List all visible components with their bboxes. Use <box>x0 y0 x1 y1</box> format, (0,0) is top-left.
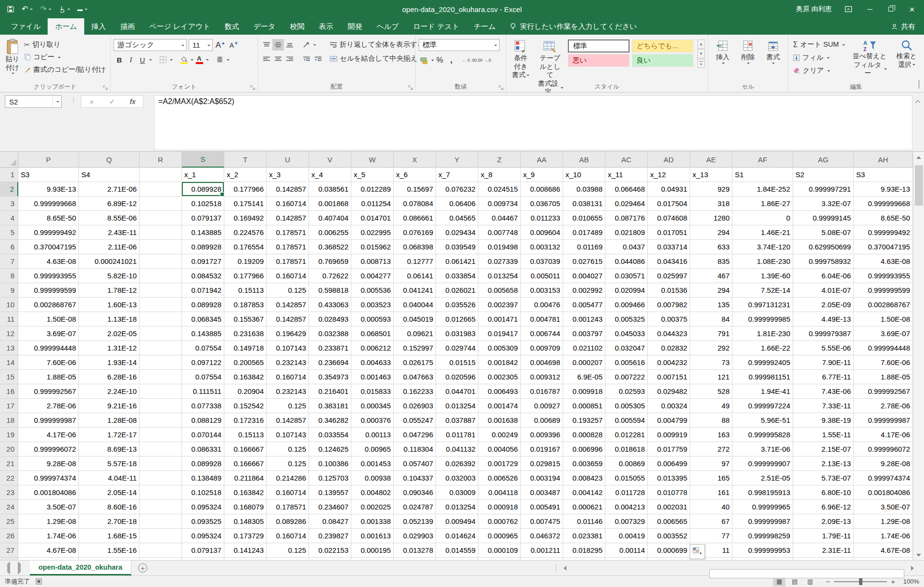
cell[interactable]: 2.71E-06 <box>79 182 140 196</box>
font-color-button[interactable]: A <box>193 54 205 65</box>
column-header[interactable]: AH <box>854 152 913 168</box>
cell[interactable]: 0.004799 <box>648 413 690 428</box>
cell[interactable]: 0.047296 <box>394 428 436 442</box>
cell[interactable]: 1.78E-12 <box>79 283 140 298</box>
cell[interactable]: 0.118304 <box>394 442 436 457</box>
cell[interactable]: 0.011728 <box>605 485 648 500</box>
cell[interactable]: 0.001463 <box>351 370 394 384</box>
cell[interactable]: 0.001338 <box>351 514 394 529</box>
cell[interactable]: 0.001211 <box>521 543 563 558</box>
cell[interactable]: 1.84E-252 <box>732 182 793 196</box>
cell[interactable]: 0.005491 <box>521 500 563 514</box>
cell[interactable]: 8.65E-50 <box>854 211 913 225</box>
font-size-combo[interactable]: 11 <box>189 39 213 51</box>
cell[interactable]: 0.002868767 <box>18 298 79 312</box>
align-top-button[interactable] <box>261 39 272 51</box>
cell[interactable]: 0.111511 <box>182 384 224 399</box>
row-header[interactable]: 27 <box>0 543 18 558</box>
cell[interactable]: 163 <box>690 428 732 442</box>
cell[interactable]: 0.007329 <box>605 514 648 529</box>
cell[interactable]: 0.016787 <box>521 384 563 399</box>
cell[interactable]: 0.107143 <box>267 341 309 355</box>
fill-color-button[interactable] <box>178 54 190 65</box>
ribbon-tab[interactable]: ファイル <box>4 18 48 35</box>
cell[interactable]: 0.044701 <box>436 384 478 399</box>
row-header[interactable]: 4 <box>0 211 18 225</box>
ribbon-tab[interactable]: チーム <box>466 18 503 35</box>
cell[interactable]: 3.50E-07 <box>854 500 913 514</box>
cell[interactable]: 1.29E-08 <box>18 514 79 529</box>
cell[interactable]: 0.19209 <box>224 254 267 269</box>
bold-button[interactable]: B <box>114 54 125 65</box>
cell[interactable]: 0.037887 <box>436 413 478 428</box>
cell[interactable]: 3.69E-07 <box>854 326 913 341</box>
cell[interactable]: 0.999999599 <box>18 283 79 298</box>
cell[interactable]: x_11 <box>605 168 648 182</box>
cell[interactable]: 0.178571 <box>267 500 309 514</box>
cell[interactable]: 0.001804086 <box>854 485 913 500</box>
user-name[interactable]: 奥原 由利恵 <box>796 5 832 13</box>
cell[interactable]: 0.027615 <box>563 254 605 269</box>
cell[interactable] <box>140 312 182 326</box>
cell[interactable]: 2.05E-09 <box>793 298 854 312</box>
cell[interactable]: 1.31E-12 <box>79 341 140 355</box>
cell[interactable]: 1.46E-21 <box>732 225 793 240</box>
cell[interactable]: 0.160714 <box>267 269 309 283</box>
new-sheet-button[interactable]: + <box>138 561 147 575</box>
cell[interactable]: 0.004056 <box>478 442 521 457</box>
cell[interactable]: 0.001804086 <box>18 485 79 500</box>
cell[interactable]: 0.004142 <box>563 485 605 500</box>
row-header[interactable]: 9 <box>0 283 18 298</box>
cell[interactable] <box>140 442 182 457</box>
cell[interactable]: 0.076232 <box>436 182 478 196</box>
cell[interactable]: 0.038131 <box>563 196 605 211</box>
ribbon-tab[interactable]: ヘルプ <box>369 18 406 35</box>
cell[interactable]: S3 <box>854 168 913 182</box>
cell[interactable]: 0.009396 <box>521 428 563 442</box>
cell[interactable]: 0.00114 <box>605 543 648 558</box>
cell[interactable]: 0.013395 <box>648 471 690 485</box>
cell[interactable]: 791 <box>690 326 732 341</box>
cell[interactable]: 0.045019 <box>394 312 436 326</box>
cell[interactable]: 0.187853 <box>224 298 267 312</box>
cell[interactable]: 0.139557 <box>309 485 351 500</box>
cell[interactable] <box>140 543 182 558</box>
cell[interactable]: 0.002031 <box>648 500 690 514</box>
cell[interactable]: 0.006212 <box>351 341 394 355</box>
cell[interactable] <box>140 471 182 485</box>
cell[interactable]: 0.032047 <box>605 341 648 355</box>
cell[interactable]: 0.05036 <box>182 558 224 560</box>
cell[interactable] <box>140 182 182 196</box>
cell[interactable]: 0.068398 <box>394 240 436 254</box>
cell[interactable]: 1.28E-08 <box>79 413 140 428</box>
cell[interactable]: 2.43E-11 <box>79 225 140 240</box>
restore-button[interactable] <box>886 5 895 13</box>
cell[interactable]: 0.160714 <box>267 196 309 211</box>
ribbon-tab[interactable]: 開発 <box>340 18 369 35</box>
customize-qat-button[interactable]: ▬ <box>77 7 88 12</box>
cell[interactable]: 467 <box>690 269 732 283</box>
cell[interactable]: 0.012281 <box>605 428 648 442</box>
cell[interactable] <box>140 428 182 442</box>
cell[interactable]: 7.09E-08 <box>854 558 913 560</box>
cell[interactable]: 0.033714 <box>648 240 690 254</box>
cell[interactable]: 0.000593 <box>351 312 394 326</box>
sheet-tab[interactable]: open-data_2020_okuhara <box>30 561 131 575</box>
cell-style-good[interactable]: 良い <box>632 54 693 67</box>
row-header[interactable]: 14 <box>0 355 18 370</box>
cell[interactable]: 0.004698 <box>521 355 563 370</box>
cell[interactable]: 0.999999492 <box>18 225 79 240</box>
cell[interactable]: 0.00689 <box>521 413 563 428</box>
cell[interactable]: 0.999992567 <box>18 384 79 399</box>
cell[interactable]: 1.72E-17 <box>79 428 140 442</box>
cell[interactable]: 0.037039 <box>521 254 563 269</box>
cell[interactable]: 0.160714 <box>267 529 309 543</box>
cell[interactable]: 0.125703 <box>309 471 351 485</box>
cell[interactable]: 0.99999145 <box>793 211 854 225</box>
increase-indent-button[interactable] <box>312 53 324 65</box>
cell[interactable]: 0.004633 <box>351 355 394 370</box>
cell[interactable]: 0.068345 <box>182 312 224 326</box>
cell[interactable]: 0.089928 <box>182 182 224 196</box>
cell[interactable]: 0.999995828 <box>732 428 793 442</box>
align-center-button[interactable] <box>272 53 284 65</box>
